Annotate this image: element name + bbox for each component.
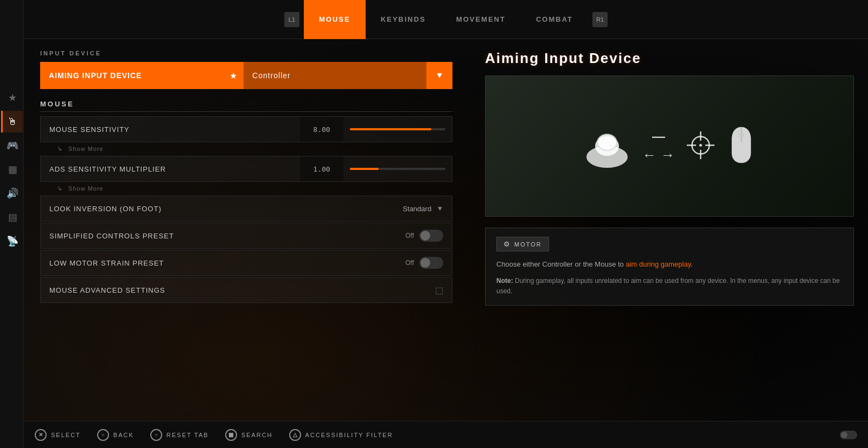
expand-icon-2: ↳	[58, 185, 63, 192]
external-link-icon: ⬚	[426, 285, 452, 295]
audio-icon: 🔊	[7, 187, 18, 199]
sidebar-item-display[interactable]: ▤	[1, 206, 23, 228]
right-arrow-icon: →	[661, 147, 675, 163]
top-navigation: L1 MOUSE KEYBINDS MOVEMENT COMBAT R1	[24, 0, 868, 39]
nav-r1-icon[interactable]: R1	[592, 12, 608, 27]
sidebar-item-audio[interactable]: 🔊	[1, 182, 23, 204]
show-more-ads-label: Show More	[68, 185, 104, 192]
look-inversion-dropdown[interactable]: Standard ▼	[394, 205, 452, 213]
accessibility-toggle[interactable]	[840, 431, 857, 439]
input-device-section-label: INPUT DEVICE	[40, 50, 452, 56]
slider-track	[350, 128, 445, 130]
input-device-row[interactable]: Aiming Input Device ★ Controller ▼	[40, 62, 452, 89]
simplified-controls-toggle-area[interactable]: Off	[397, 230, 452, 242]
low-motor-strain-toggle-area[interactable]: Off	[397, 257, 452, 269]
motor-label: MOTOR	[514, 241, 542, 248]
ads-sensitivity-label: ADS Sensitivity Multiplier	[41, 165, 300, 173]
low-motor-strain-label: Low Motor Strain Preset	[41, 259, 397, 267]
back-icon: ○	[97, 429, 109, 441]
chevron-down-icon: ▼	[426, 71, 452, 80]
tab-mouse-label: MOUSE	[319, 15, 350, 23]
mouse-sensitivity-value: 8.00	[300, 117, 343, 142]
mouse-advanced-row[interactable]: Mouse Advanced Settings ⬚	[40, 277, 452, 303]
nav-l1-icon[interactable]: L1	[284, 12, 299, 27]
mouse-sensitivity-row[interactable]: Mouse Sensitivity 8.00	[40, 116, 452, 142]
reset-tab-action[interactable]: ○ RESET TAB	[150, 429, 209, 441]
show-more-ads[interactable]: ↳ Show More	[40, 183, 452, 194]
low-motor-strain-value: Off	[405, 259, 414, 267]
simplified-controls-row[interactable]: Simplified Controls Preset Off	[40, 223, 452, 249]
look-inversion-row[interactable]: Look Inversion (On Foot) Standard ▼	[40, 195, 452, 222]
crosshair-icon	[686, 130, 716, 162]
joystick-icon	[583, 122, 631, 171]
network-icon: 📡	[7, 235, 18, 247]
info-box: ⚙ MOTOR Choose either Controller or the …	[485, 228, 854, 306]
toggle-knob-2	[420, 258, 430, 268]
info-note: Note: During gameplay, all inputs unrela…	[496, 276, 843, 296]
info-text: Choose either Controller or the Mouse to…	[496, 259, 843, 270]
mouse-svg	[726, 125, 756, 166]
svg-rect-10	[738, 132, 744, 138]
sidebar-item-network[interactable]: 📡	[1, 230, 23, 252]
mouse-sensitivity-label: Mouse Sensitivity	[41, 125, 300, 134]
slider-fill	[350, 128, 431, 130]
accessibility-toggle-knob	[841, 432, 847, 438]
accessibility-action[interactable]: △ ACCESSIBILITY FILTER	[289, 429, 393, 441]
left-panel: INPUT DEVICE Aiming Input Device ★ Contr…	[24, 39, 469, 421]
favorites-icon: ★	[8, 92, 17, 104]
select-icon: ✕	[35, 429, 47, 441]
simplified-controls-value: Off	[405, 232, 414, 239]
graphics-icon: ▦	[8, 163, 17, 175]
simplified-controls-label: Simplified Controls Preset	[41, 232, 397, 240]
back-label: BACK	[113, 432, 134, 438]
controller-icon: 🎮	[7, 140, 18, 152]
look-inversion-value: Standard	[403, 205, 431, 213]
accessibility-toggle-switch[interactable]	[840, 431, 857, 439]
ads-sensitivity-row[interactable]: ADS Sensitivity Multiplier 1.00	[40, 156, 452, 182]
note-bold: Note:	[496, 277, 513, 285]
input-device-value: Controller	[244, 62, 426, 89]
mouse-section-label: MOUSE	[40, 100, 452, 112]
ads-sensitivity-slider[interactable]	[343, 168, 452, 170]
motor-badge: ⚙ MOTOR	[496, 237, 549, 251]
accessibility-icon: △	[289, 429, 301, 441]
crosshair-svg	[686, 130, 716, 160]
ads-sensitivity-value: 1.00	[300, 156, 343, 181]
joystick-svg	[584, 123, 630, 169]
select-action[interactable]: ✕ SELECT	[35, 429, 81, 441]
info-highlight: aim during gameplay	[626, 260, 691, 268]
ads-slider-fill	[350, 168, 379, 170]
input-device-star-icon: ★	[223, 71, 244, 81]
right-panel: Aiming Input Device —	[469, 39, 868, 421]
search-action[interactable]: ▦ SEARCH	[225, 429, 273, 441]
sidebar-item-controller[interactable]: 🎮	[1, 135, 23, 156]
left-arrow-icon: ←	[642, 147, 656, 163]
svg-point-8	[699, 144, 702, 147]
device-icons: — ← →	[486, 76, 853, 216]
svg-point-2	[597, 134, 617, 150]
low-motor-strain-toggle[interactable]	[419, 257, 443, 269]
expand-icon: ↳	[58, 146, 63, 153]
sidebar-item-favorites[interactable]: ★	[1, 87, 23, 109]
reset-tab-label: RESET TAB	[167, 432, 209, 438]
arrows-icon: — ← →	[642, 129, 675, 163]
mouse-advanced-label: Mouse Advanced Settings	[41, 286, 426, 294]
sidebar-item-mouse[interactable]: 🖱	[1, 111, 23, 132]
chevron-down-icon-2: ▼	[437, 205, 443, 212]
show-more-label: Show More	[68, 146, 104, 152]
low-motor-strain-row[interactable]: Low Motor Strain Preset Off	[40, 250, 452, 276]
tab-combat[interactable]: COMBAT	[521, 0, 588, 39]
simplified-controls-toggle[interactable]	[419, 230, 443, 242]
tab-keybinds[interactable]: KEYBINDS	[366, 0, 441, 39]
sidebar-item-graphics[interactable]: ▦	[1, 159, 23, 180]
mouse-sensitivity-slider[interactable]	[343, 128, 452, 130]
tab-combat-label: COMBAT	[536, 15, 573, 23]
input-device-label: Aiming Input Device	[40, 71, 223, 80]
search-icon: ▦	[225, 429, 237, 441]
tab-movement[interactable]: MOVEMENT	[441, 0, 521, 39]
show-more-sensitivity[interactable]: ↳ Show More	[40, 143, 452, 155]
back-action[interactable]: ○ BACK	[97, 429, 134, 441]
mouse-icon: 🖱	[8, 116, 17, 128]
tab-mouse[interactable]: MOUSE	[304, 0, 366, 39]
select-label: SELECT	[51, 432, 81, 438]
